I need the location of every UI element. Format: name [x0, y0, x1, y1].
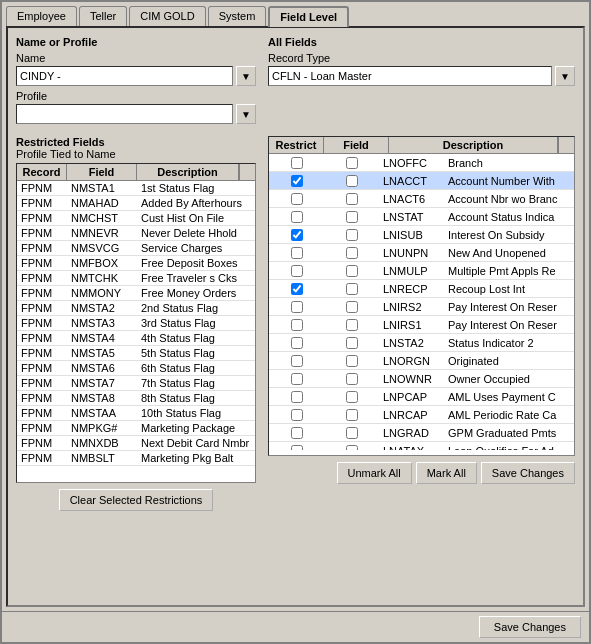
af-td-restrict[interactable] — [324, 283, 379, 295]
af-td-restrict[interactable] — [269, 427, 324, 439]
restrict-checkbox[interactable] — [346, 283, 358, 295]
restrict-checkbox[interactable] — [346, 391, 358, 403]
af-td-restrict[interactable] — [269, 301, 324, 313]
all-fields-row[interactable]: LNATAX Loan Qualifies For Ad — [269, 442, 574, 450]
restrict-checkbox[interactable] — [291, 337, 303, 349]
table-row[interactable]: FPNM NMNEVR Never Delete Hhold — [17, 226, 255, 241]
all-fields-row[interactable]: LNMULP Multiple Pmt Appls Re — [269, 262, 574, 280]
table-row[interactable]: FPNM NMPKG# Marketing Package — [17, 421, 255, 436]
restrict-checkbox[interactable] — [291, 373, 303, 385]
restrict-checkbox[interactable] — [346, 337, 358, 349]
af-td-restrict[interactable] — [324, 157, 379, 169]
name-input[interactable] — [16, 66, 233, 86]
table-row[interactable]: FPNM NMSTA6 6th Status Flag — [17, 361, 255, 376]
table-row[interactable]: FPNM NMFBOX Free Deposit Boxes — [17, 256, 255, 271]
all-fields-row[interactable]: LNORGN Originated — [269, 352, 574, 370]
af-td-restrict[interactable] — [324, 337, 379, 349]
table-row[interactable]: FPNM NMNXDB Next Debit Card Nmbr — [17, 436, 255, 451]
all-fields-row[interactable]: LNUNPN New And Unopened — [269, 244, 574, 262]
clear-selected-btn[interactable]: Clear Selected Restrictions — [59, 489, 214, 511]
restrict-checkbox[interactable] — [291, 175, 303, 187]
af-td-restrict[interactable] — [324, 193, 379, 205]
all-fields-row[interactable]: LNRECP Recoup Lost Int — [269, 280, 574, 298]
table-row[interactable]: FPNM NMSTA4 4th Status Flag — [17, 331, 255, 346]
restrict-checkbox[interactable] — [291, 247, 303, 259]
af-td-restrict[interactable] — [269, 319, 324, 331]
profile-lookup-btn[interactable]: ▼ — [236, 104, 256, 124]
all-fields-row[interactable]: LNISUB Interest On Subsidy — [269, 226, 574, 244]
restrict-checkbox[interactable] — [291, 319, 303, 331]
af-td-restrict[interactable] — [269, 355, 324, 367]
restrict-checkbox[interactable] — [346, 319, 358, 331]
tab-teller[interactable]: Teller — [79, 6, 127, 26]
af-td-restrict[interactable] — [269, 229, 324, 241]
restrict-checkbox[interactable] — [346, 229, 358, 241]
table-row[interactable]: FPNM NMAHAD Added By Afterhours — [17, 196, 255, 211]
table-row[interactable]: FPNM NMSTA3 3rd Status Flag — [17, 316, 255, 331]
af-td-restrict[interactable] — [269, 157, 324, 169]
restricted-table-body[interactable]: FPNM NMSTA1 1st Status Flag FPNM NMAHAD … — [17, 181, 255, 477]
restrict-checkbox[interactable] — [346, 157, 358, 169]
restrict-checkbox[interactable] — [346, 193, 358, 205]
unmark-all-btn[interactable]: Unmark All — [337, 462, 412, 484]
af-td-restrict[interactable] — [324, 211, 379, 223]
all-fields-row[interactable]: LNRCAP AML Periodic Rate Ca — [269, 406, 574, 424]
table-row[interactable]: FPNM NMTCHK Free Traveler s Cks — [17, 271, 255, 286]
table-row[interactable]: FPNM NMSVCG Service Charges — [17, 241, 255, 256]
all-fields-row[interactable]: LNACT6 Account Nbr wo Branc — [269, 190, 574, 208]
tab-employee[interactable]: Employee — [6, 6, 77, 26]
restrict-checkbox[interactable] — [291, 445, 303, 451]
restrict-checkbox[interactable] — [346, 427, 358, 439]
restrict-checkbox[interactable] — [346, 175, 358, 187]
table-row[interactable]: FPNM NMSTA5 5th Status Flag — [17, 346, 255, 361]
af-td-restrict[interactable] — [269, 265, 324, 277]
restrict-checkbox[interactable] — [291, 355, 303, 367]
restrict-checkbox[interactable] — [346, 265, 358, 277]
af-td-restrict[interactable] — [324, 175, 379, 187]
all-fields-row[interactable]: LNIRS1 Pay Interest On Reser — [269, 316, 574, 334]
af-td-restrict[interactable] — [269, 211, 324, 223]
af-td-restrict[interactable] — [324, 409, 379, 421]
af-td-restrict[interactable] — [324, 265, 379, 277]
af-td-restrict[interactable] — [324, 229, 379, 241]
restrict-checkbox[interactable] — [291, 427, 303, 439]
af-td-restrict[interactable] — [269, 337, 324, 349]
record-type-lookup-btn[interactable]: ▼ — [555, 66, 575, 86]
profile-input[interactable] — [16, 104, 233, 124]
table-row[interactable]: FPNM NMSTA2 2nd Status Flag — [17, 301, 255, 316]
table-row[interactable]: FPNM NMMONY Free Money Orders — [17, 286, 255, 301]
save-changes-btn-inner[interactable]: Save Changes — [481, 462, 575, 484]
af-td-restrict[interactable] — [324, 391, 379, 403]
af-td-restrict[interactable] — [324, 247, 379, 259]
all-fields-row[interactable]: LNPCAP AML Uses Payment C — [269, 388, 574, 406]
af-td-restrict[interactable] — [324, 319, 379, 331]
tab-system[interactable]: System — [208, 6, 267, 26]
af-td-restrict[interactable] — [269, 409, 324, 421]
table-row[interactable]: FPNM NMBSLT Marketing Pkg Balt — [17, 451, 255, 466]
af-td-restrict[interactable] — [269, 247, 324, 259]
save-changes-btn-footer[interactable]: Save Changes — [479, 616, 581, 638]
all-fields-row[interactable]: LNIRS2 Pay Interest On Reser — [269, 298, 574, 316]
all-fields-row[interactable]: LNGRAD GPM Graduated Pmts — [269, 424, 574, 442]
all-fields-row[interactable]: LNOFFC Branch — [269, 154, 574, 172]
af-td-restrict[interactable] — [269, 445, 324, 451]
tab-cim-gold[interactable]: CIM GOLD — [129, 6, 205, 26]
af-td-restrict[interactable] — [269, 175, 324, 187]
all-fields-row[interactable]: LNACCT Account Number With — [269, 172, 574, 190]
restrict-checkbox[interactable] — [291, 193, 303, 205]
af-td-restrict[interactable] — [324, 373, 379, 385]
restrict-checkbox[interactable] — [291, 409, 303, 421]
restrict-checkbox[interactable] — [346, 247, 358, 259]
table-row[interactable]: FPNM NMSTA8 8th Status Flag — [17, 391, 255, 406]
restrict-checkbox[interactable] — [291, 283, 303, 295]
restrict-checkbox[interactable] — [346, 211, 358, 223]
restrict-checkbox[interactable] — [291, 301, 303, 313]
af-td-restrict[interactable] — [269, 193, 324, 205]
af-td-restrict[interactable] — [324, 301, 379, 313]
restrict-checkbox[interactable] — [291, 157, 303, 169]
restrict-checkbox[interactable] — [346, 355, 358, 367]
tab-field-level[interactable]: Field Level — [268, 6, 349, 27]
restrict-checkbox[interactable] — [291, 391, 303, 403]
restrict-checkbox[interactable] — [291, 229, 303, 241]
af-td-restrict[interactable] — [324, 445, 379, 451]
